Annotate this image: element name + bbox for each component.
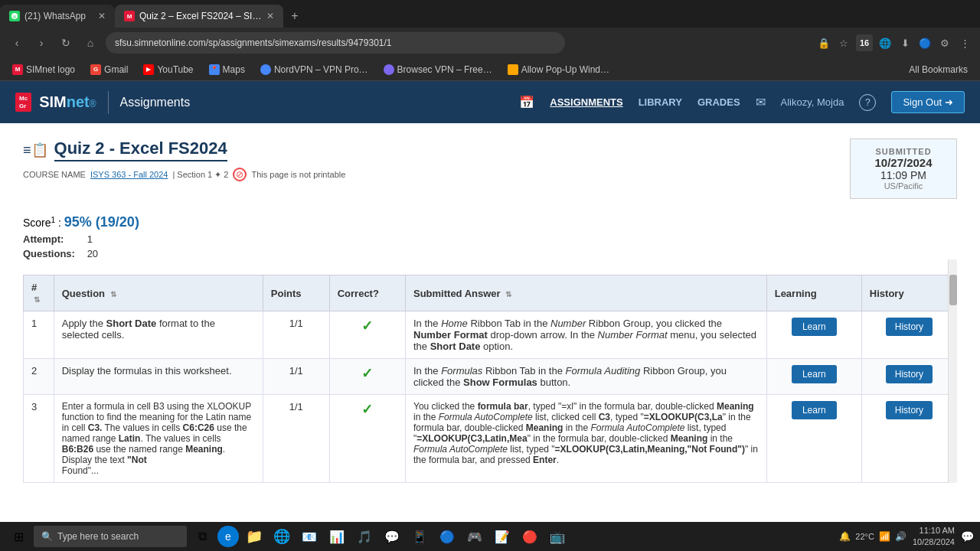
app-icon-2[interactable]: 📊 (325, 524, 349, 549)
bookmark-youtube[interactable]: ▶ YouTube (139, 63, 198, 77)
course-link[interactable]: ISYS 363 - Fall 2024 (90, 170, 168, 179)
row2-learning: Learn (766, 359, 861, 395)
questions-value: 20 (87, 248, 98, 259)
app-icon-6[interactable]: 🔵 (435, 524, 459, 549)
app-icon-5[interactable]: 📱 (407, 524, 432, 549)
app-icon-3[interactable]: 🎵 (352, 524, 377, 549)
extension-icon-3[interactable]: 🌐 (877, 35, 893, 51)
row1-history: History (861, 311, 956, 359)
user-name[interactable]: Alikozy, Mojda (781, 96, 844, 108)
bookmark-browsec[interactable]: Browsec VPN – Free… (379, 63, 497, 77)
tab-whatsapp-close[interactable]: ✕ (98, 11, 106, 21)
new-tab-button[interactable]: + (283, 5, 306, 28)
nav-link-library[interactable]: LIBRARY (639, 96, 682, 108)
col-header-submitted[interactable]: Submitted Answer ⇅ (406, 276, 767, 311)
check-icon-1: ✓ (361, 318, 373, 334)
bookmark-simnet[interactable]: M SIMnet logo (8, 63, 80, 77)
taskbar-search[interactable]: 🔍 Type here to search (34, 526, 187, 547)
row3-points: 1/1 (263, 395, 329, 483)
back-button[interactable]: ‹ (8, 34, 26, 52)
extension-icon-2[interactable]: 16 (856, 34, 873, 51)
chrome-icon[interactable]: 🌐 (270, 524, 294, 549)
task-view-button[interactable]: ⧉ (190, 524, 214, 549)
score-value: 95% (19/20) (64, 214, 139, 230)
table-body: 1 Apply the Short Date format to the sel… (24, 311, 957, 483)
mail-icon[interactable]: ✉ (756, 95, 766, 109)
row1-answer: In the Home Ribbon Tab in the Number Rib… (406, 311, 767, 359)
learn-button-3[interactable]: Learn (792, 401, 837, 419)
help-icon[interactable]: ? (859, 94, 876, 111)
address-input[interactable] (106, 32, 565, 54)
app-icon-1[interactable]: 📧 (297, 524, 322, 549)
taskbar: ⊞ 🔍 Type here to search ⧉ e 📁 🌐 📧 📊 🎵 💬 … (0, 522, 980, 551)
search-icon: 🔍 (41, 531, 53, 542)
col-header-correct: Correct? (329, 276, 405, 311)
no-print-icon: ⊘ (233, 168, 247, 181)
tab-simnet[interactable]: M Quiz 2 – Excel FS2024 – SIMnet ✕ (115, 5, 283, 28)
col-history-label: History (870, 288, 904, 299)
sort-arrows-question: ⇅ (110, 290, 116, 298)
submitted-time: 11:09 PM (866, 169, 941, 181)
header-right: 📅 ASSIGNMENTS LIBRARY GRADES ✉ Alikozy, … (519, 91, 965, 113)
col-header-question[interactable]: Question ⇅ (54, 276, 263, 311)
reload-button[interactable]: ↻ (57, 34, 75, 52)
network-icon[interactable]: 📶 (879, 531, 890, 542)
sign-out-button[interactable]: Sign Out ➜ (891, 91, 965, 113)
history-button-2[interactable]: History (886, 365, 933, 383)
home-button[interactable]: ⌂ (81, 34, 100, 52)
forward-button[interactable]: › (32, 34, 51, 52)
simnet-header: McGr SIMnet® Assignments 📅 ASSIGNMENTS L… (0, 81, 980, 123)
app-icon-10[interactable]: 📺 (545, 524, 570, 549)
app-icon-8[interactable]: 📝 (490, 524, 514, 549)
scroll-indicator[interactable] (948, 259, 957, 483)
extension-icon-6[interactable]: ⚙ (937, 35, 952, 51)
row3-answer: You clicked the formula bar, typed "=xl"… (406, 395, 767, 483)
nav-link-assignments[interactable]: ASSIGNMENTS (550, 96, 622, 108)
time-display[interactable]: 11:10 AM 10/28/2024 (913, 525, 955, 549)
row1-num: 1 (24, 311, 54, 359)
table-row: 1 Apply the Short Date format to the sel… (24, 311, 957, 359)
bookmark-gmail[interactable]: G Gmail (86, 63, 132, 77)
quiz-title-row: ≡📋 Quiz 2 - Excel FS2024 COURSE NAME ISY… (23, 139, 957, 199)
bookmark-youtube-label: YouTube (157, 64, 193, 75)
learn-button-2[interactable]: Learn (792, 365, 837, 383)
bookmark-simnet-label: SIMnet logo (26, 64, 75, 75)
tab-simnet-title: Quiz 2 – Excel FS2024 – SIMnet (139, 11, 262, 21)
explorer-icon[interactable]: 📁 (242, 524, 266, 549)
learn-button-1[interactable]: Learn (792, 318, 837, 336)
bookmark-maps[interactable]: 📍 Maps (204, 63, 250, 77)
calendar-icon[interactable]: 📅 (519, 95, 534, 109)
notification-icon[interactable]: 🔔 (839, 531, 851, 542)
address-bar: ‹ › ↻ ⌂ 🔒 ☆ 16 🌐 ⬇ 🔵 ⚙ ⋮ (0, 28, 980, 58)
bookmark-all-label: All Bookmarks (909, 64, 968, 75)
app-icon-7[interactable]: 🎮 (462, 524, 487, 549)
bookmark-popup[interactable]: Allow Pop-Up Wind… (503, 63, 614, 77)
extension-icon-4[interactable]: ⬇ (897, 35, 913, 51)
tab-whatsapp[interactable]: W (21) WhatsApp ✕ (0, 5, 115, 28)
col-header-num[interactable]: # ⇅ (24, 276, 54, 311)
row2-correct: ✓ (329, 359, 405, 395)
history-button-1[interactable]: History (886, 318, 933, 336)
attempt-value: 1 (87, 233, 93, 245)
mcgraw-badge: McGr (15, 93, 31, 112)
tab-whatsapp-title: (21) WhatsApp (24, 11, 93, 21)
notification-center-icon[interactable]: 💬 (961, 530, 974, 543)
start-button[interactable]: ⊞ (6, 524, 31, 549)
scroll-thumb[interactable] (949, 275, 957, 305)
extension-icon-1[interactable]: 🔒 (816, 35, 831, 51)
bookmark-browsec-label: Browsec VPN – Free… (397, 64, 492, 75)
history-button-3[interactable]: History (886, 401, 933, 419)
star-icon[interactable]: ☆ (836, 35, 851, 51)
bookmark-all[interactable]: All Bookmarks (904, 63, 972, 77)
nav-link-grades[interactable]: GRADES (697, 96, 740, 108)
edge-icon[interactable]: e (217, 526, 239, 547)
extension-icon-5[interactable]: 🔵 (917, 35, 933, 51)
temp-display: 22°C (855, 532, 874, 541)
menu-icon[interactable]: ⋮ (957, 35, 972, 51)
app-icon-4[interactable]: 💬 (380, 524, 404, 549)
app-icon-9[interactable]: 🔴 (518, 524, 542, 549)
tab-simnet-close[interactable]: ✕ (266, 11, 274, 21)
submitted-label: SUBMITTED (866, 147, 941, 156)
bookmark-nordvpn[interactable]: NordVPN – VPN Pro… (256, 63, 373, 77)
sound-icon[interactable]: 🔊 (895, 531, 906, 542)
